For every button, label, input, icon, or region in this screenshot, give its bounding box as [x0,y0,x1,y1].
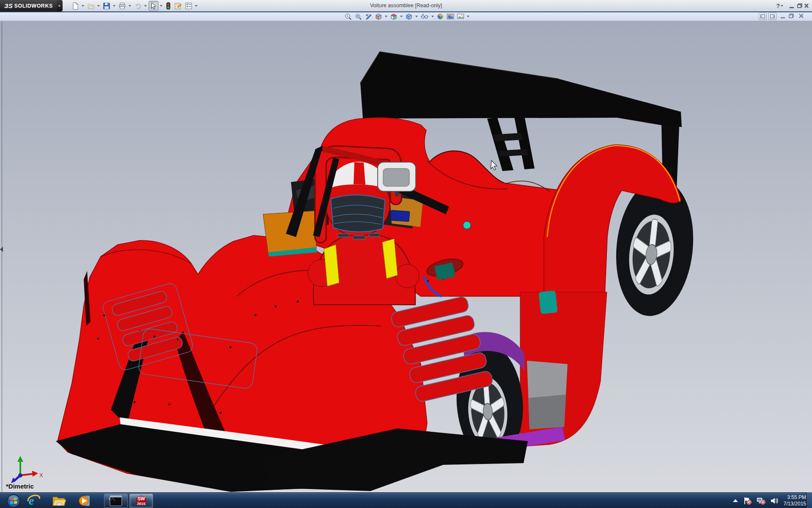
collapse-panel-arrow[interactable] [0,247,3,252]
solidworks-logo-symbol: ЗS [4,2,13,9]
edit-appearance-icon [436,13,444,20]
view-orientation-button[interactable] [389,13,398,21]
internet-explorer-button[interactable]: e [25,494,43,508]
options-dropdown[interactable] [195,5,198,7]
undo-icon [134,2,142,10]
panel-divider[interactable] [2,21,2,492]
pane-right-icon [770,14,775,18]
print-icon [118,2,126,10]
open-dropdown[interactable] [97,5,100,7]
open-icon [87,2,95,10]
taskbar: e C:\_ SW [0,492,812,508]
windows-start-icon [6,494,21,508]
options-checklist-button[interactable] [184,1,194,11]
command-prompt-text: C:\_ [109,497,116,501]
clock[interactable]: 3:55 PM 7/13/2015 [784,494,806,507]
view-settings-button[interactable] [456,13,465,21]
view-orientation-dropdown[interactable] [400,16,403,17]
help-dropdown[interactable] [781,5,783,7]
save-dropdown[interactable] [113,5,115,7]
volume-button[interactable] [770,497,779,505]
network-status-button[interactable] [756,497,765,505]
view-settings-dropdown[interactable] [467,16,469,17]
new-document-icon [71,2,79,10]
hide-show-items-button[interactable] [420,13,430,21]
save-icon [103,2,110,10]
clock-time: 3:55 PM [784,494,806,501]
undo-dropdown[interactable] [144,5,147,7]
zoom-to-fit-button[interactable] [343,13,353,21]
menu-expand-arrow[interactable]: ▸ [57,0,63,11]
close-button[interactable] [805,4,808,8]
orientation-triad: X [6,455,44,485]
rearview-mirror[interactable] [378,162,416,196]
apply-scene-button[interactable] [446,13,455,21]
display-style-button[interactable] [404,13,414,21]
help-button[interactable]: ? [776,3,780,9]
mouse-cursor [491,160,499,170]
folder-icon [52,494,66,507]
helmet-visor [331,195,385,232]
new-document-button[interactable] [70,1,80,11]
speaker-icon [770,497,779,505]
hide-show-items-icon [420,13,429,20]
pane-left-icon [760,14,765,18]
edit-note-icon [174,2,182,10]
show-hidden-icons-button[interactable] [732,499,738,503]
new-dropdown[interactable] [82,5,84,7]
print-dropdown[interactable] [129,5,131,7]
open-button[interactable] [86,1,96,11]
pane-right-button[interactable] [768,13,776,20]
print-button[interactable] [117,1,127,11]
save-button[interactable] [102,1,112,11]
solidworks-icon-letters: SW [134,496,148,501]
main-toolbar [70,1,199,11]
network-disconnected-icon [756,497,765,505]
action-center-button[interactable] [743,497,752,505]
edit-note-button[interactable] [173,1,183,11]
teal-vent [538,290,557,314]
media-player-button[interactable] [75,494,94,508]
apply-scene-icon [447,13,454,20]
caption-buttons [789,3,809,9]
rebuild-button[interactable] [164,1,173,11]
section-view-button[interactable] [374,13,383,21]
display-style-dropdown[interactable] [415,16,418,17]
command-prompt-icon [110,495,122,506]
options-checklist-icon [185,2,192,10]
previous-view-button[interactable] [364,13,373,21]
start-button[interactable] [4,494,23,508]
command-prompt-button[interactable]: C:\_ [104,494,128,508]
solidworks-logo-text: SOLIDWORKS [14,3,53,9]
pane-left-button[interactable] [759,13,767,20]
select-button[interactable] [148,1,159,11]
clock-date: 7/13/2015 [784,501,806,507]
zoom-to-fit-icon [344,13,352,20]
restore-button[interactable] [798,4,802,8]
graphics-viewport[interactable]: X *Dimetric [0,21,812,492]
edit-appearance-button[interactable] [436,13,445,21]
show-desktop-button[interactable] [806,492,812,508]
harness-buckle [390,210,410,221]
undo-button[interactable] [133,1,143,11]
headsup-view-toolbar [343,12,471,21]
triad-x-label: X [39,472,43,478]
view-orientation-icon [390,13,398,20]
section-view-dropdown[interactable] [385,16,387,17]
system-tray: 3:55 PM 7/13/2015 [728,493,806,508]
select-dropdown[interactable] [160,5,162,7]
close-document-button[interactable] [799,14,803,18]
view-settings-icon [457,13,464,20]
solidworks-taskbar-button[interactable]: SW 2015 [129,494,153,508]
hide-show-dropdown[interactable] [431,16,434,17]
file-explorer-button[interactable] [50,494,69,508]
solidworks-logo: ЗS SOLIDWORKS [0,0,57,11]
window-controls: ? [770,0,809,11]
title-bar: ЗS SOLIDWORKS ▸ [0,0,812,12]
document-window-controls [757,12,808,20]
solidworks-icon-year: 2015 [134,502,148,506]
zoom-to-area-button[interactable] [354,13,363,21]
restore-document-button[interactable] [789,14,793,18]
up-arrow-icon [732,499,738,503]
race-car-model[interactable] [0,21,812,492]
